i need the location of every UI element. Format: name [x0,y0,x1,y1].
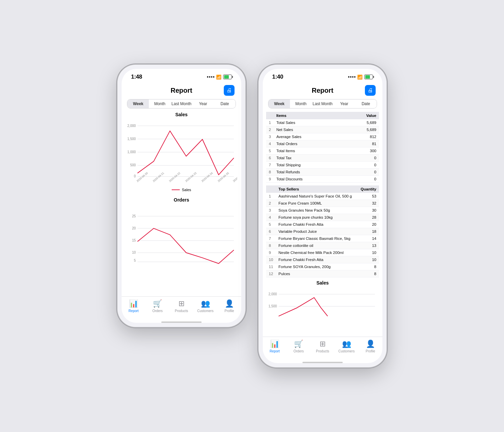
row-item: Fortune cottonlite oil [276,242,357,249]
row-num: 7 [266,235,276,242]
row-item: Aashirvaad Nature's Super Face Oil, 500 … [276,193,357,200]
row-value: 812 [344,133,379,140]
nav-profile-right[interactable]: 👤 Profile [359,340,382,353]
svg-text:20: 20 [132,226,136,230]
sales-svg: 2,000 1,500 1,000 500 0 [126,119,237,186]
products-icon-left: ⊞ [178,299,184,308]
row-num: 8 [266,242,276,249]
svg-text:5: 5 [134,259,136,262]
row-item: Pulces [276,270,357,277]
tab-month-right[interactable]: Month [290,99,311,108]
summary-row: 1 Total Sales 5,689 [266,119,379,126]
sales-chart-container-right: 2,000 1,500 [267,288,378,331]
legend-label: Sales [182,188,191,192]
products-icon-right: ⊞ [320,340,326,348]
nav-products-left[interactable]: ⊞ Products [169,299,193,313]
svg-text:2020-04-24: 2020-04-24 [201,171,214,183]
nav-profile-label-left: Profile [224,309,234,313]
filter-tabs-left[interactable]: Week Month Last Month Year Date [127,99,236,109]
topseller-row: 1 Aashirvaad Nature's Super Face Oil, 50… [266,193,379,200]
row-value: 0 [344,155,379,162]
row-value: 0 [344,169,379,176]
sales-chart-title-right: Sales [267,280,378,286]
bottom-nav-left: 📊 Report 🛒 Orders ⊞ Products 👥 Customers… [122,296,241,319]
row-qty: 28 [357,214,379,221]
nav-profile-label-right: Profile [366,349,375,353]
row-qty: 10 [357,256,379,263]
nav-report-right[interactable]: 📊 Report [263,340,287,353]
nav-customers-right[interactable]: 👥 Customers [335,340,359,353]
col-qty-header: Quantity [357,185,379,193]
row-num: 9 [266,249,276,256]
topseller-row: 10 Fortune Chakki Fresh Atta 10 [266,256,379,263]
topseller-row: 2 Face Pure Cream 100ML 32 [266,200,379,207]
report-icon-left: 📊 [129,299,138,308]
signal-dots [207,76,214,78]
col-items-header: Items [274,112,344,119]
tab-year-right[interactable]: Year [333,99,355,108]
row-num: 2 [266,200,276,207]
row-num: 5 [266,147,274,155]
tab-lastmonth-right[interactable]: Last Month [312,99,333,108]
status-bar-right: 1:40 📶 [263,69,382,82]
home-indicator-left [161,321,202,323]
row-value: 5,689 [344,126,379,133]
svg-text:2020-04-22: 2020-04-22 [168,171,181,183]
row-qty: 18 [357,228,379,235]
profile-icon-right: 👤 [366,340,375,348]
tab-date-right[interactable]: Date [355,99,377,108]
summary-table: Items Value 1 Total Sales 5,689 2 Net Sa… [266,112,379,183]
summary-row: 7 Total Shipping 0 [266,162,379,169]
nav-profile-left[interactable]: 👤 Profile [217,299,241,313]
row-value: 300 [344,147,379,155]
row-qty: 32 [357,200,379,207]
orders-icon-left: 🛒 [153,299,162,308]
nav-customers-label-right: Customers [338,349,354,353]
print-icon-left[interactable]: 🖨 [224,85,235,96]
nav-products-right[interactable]: ⊞ Products [310,340,334,353]
header-title-right: Report [280,87,365,94]
topseller-row: 6 Variable Product Juice 18 [266,228,379,235]
svg-text:10: 10 [132,251,136,254]
nav-report-left[interactable]: 📊 Report [122,299,145,313]
row-item: Face Pure Cream 100ML [276,200,357,207]
tab-month-left[interactable]: Month [149,99,170,108]
profile-icon-left: 👤 [225,299,234,308]
wifi-icon: 📶 [216,75,221,80]
row-num: 6 [266,155,274,162]
row-num: 4 [266,214,276,221]
row-item: Total Refunds [274,169,344,176]
nav-orders-right[interactable]: 🛒 Orders [287,340,310,353]
row-num: 6 [266,228,276,235]
phones-container: 1:48 📶 Report 🖨 Week [118,65,386,367]
tab-date-left[interactable]: Date [214,99,236,108]
row-item: Fortune Chakki Fresh Atta [276,221,357,228]
svg-text:2020-04-26: 2020-04-26 [232,171,237,183]
tab-year-left[interactable]: Year [192,99,214,108]
row-item: Total Items [274,147,344,155]
summary-row: 5 Total Items 300 [266,147,379,155]
topseller-row: 11 Fortune SOYA Granules, 200g 8 [266,263,379,270]
row-qty: 30 [357,207,379,214]
topseller-row: 12 Pulces 8 [266,270,379,277]
nav-orders-label-left: Orders [153,309,163,313]
print-icon-right[interactable]: 🖨 [365,85,376,96]
filter-tabs-right[interactable]: Week Month Last Month Year Date [268,99,377,109]
row-num: 11 [266,263,276,270]
svg-text:2,000: 2,000 [127,124,136,128]
tab-week-right[interactable]: Week [268,99,290,108]
row-num: 9 [266,176,274,183]
tab-lastmonth-left[interactable]: Last Month [171,99,192,108]
topseller-row: 3 Soya Granules New Pack 50g 30 [266,207,379,214]
row-item: Soya Granules New Pack 50g [276,207,357,214]
summary-row: 4 Total Orders 81 [266,140,379,147]
row-value: 81 [344,140,379,147]
summary-row: 9 Total Discounts 0 [266,176,379,183]
row-num: 1 [266,119,274,126]
nav-orders-left[interactable]: 🛒 Orders [145,299,169,313]
tab-week-left[interactable]: Week [127,99,149,108]
svg-text:1,500: 1,500 [268,304,277,308]
svg-text:0: 0 [134,174,136,178]
sales-chart-container: 2,000 1,500 1,000 500 0 [126,119,237,186]
nav-customers-left[interactable]: 👥 Customers [194,299,217,313]
